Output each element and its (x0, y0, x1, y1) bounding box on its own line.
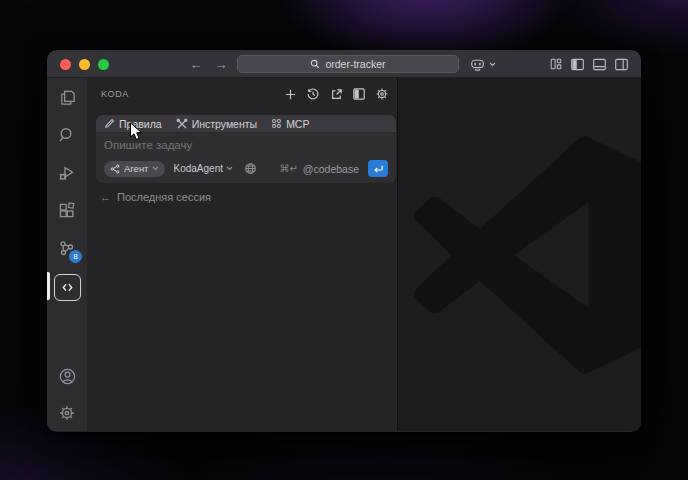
minimize-button[interactable] (79, 59, 90, 70)
panel-settings-button[interactable] (374, 86, 390, 102)
vscode-logo-watermark (410, 136, 641, 374)
split-panel-button[interactable] (351, 86, 367, 102)
search-icon (310, 59, 320, 69)
activity-bar: 8 (47, 78, 87, 431)
share-icon (110, 164, 120, 174)
task-input[interactable]: Опишите задачу (104, 139, 388, 151)
sidebar-item-settings[interactable] (47, 395, 87, 431)
last-session-label: Последняя сессия (117, 191, 211, 203)
model-label: KodaAgent (173, 163, 223, 174)
gear-icon (58, 404, 76, 422)
nav-forward-button[interactable]: → (212, 50, 230, 78)
chevron-down-icon (226, 166, 233, 171)
app-window: ← → order-tracker (47, 50, 641, 432)
mouse-cursor (129, 122, 144, 142)
sidebar-item-graph[interactable]: 8 (47, 230, 87, 268)
run-debug-icon (58, 164, 76, 182)
status-badge: 8 (69, 250, 82, 263)
last-session-link[interactable]: ← Последняя сессия (100, 191, 397, 203)
globe-button[interactable] (244, 162, 257, 175)
gear-icon (375, 87, 389, 101)
editor-area (397, 78, 641, 431)
agent-mode-dropdown[interactable]: Агент (104, 161, 165, 177)
sidebar-item-account[interactable] (47, 357, 87, 395)
account-icon (58, 367, 77, 386)
globe-icon (244, 162, 257, 175)
traffic-lights (60, 50, 109, 78)
koda-icon (54, 274, 81, 301)
toggle-primary-sidebar-icon[interactable] (570, 57, 585, 72)
send-button[interactable] (368, 160, 388, 177)
files-icon (58, 88, 77, 107)
history-icon (306, 87, 320, 101)
toggle-panel-icon[interactable] (592, 57, 607, 72)
zoom-button[interactable] (98, 59, 109, 70)
plus-icon (284, 88, 297, 101)
copilot-menu[interactable] (469, 50, 496, 78)
left-arrow-icon: ← (100, 191, 111, 203)
codebase-context-chip[interactable]: @codebase (303, 163, 359, 175)
extensions-icon (58, 202, 76, 220)
model-dropdown[interactable]: KodaAgent (173, 163, 233, 174)
grid-icon (271, 118, 282, 129)
send-icon (373, 164, 384, 174)
search-icon (58, 126, 76, 144)
sidebar-item-extensions[interactable] (47, 192, 87, 230)
tab-mcp[interactable]: MCP (271, 118, 309, 130)
pencil-icon (104, 118, 115, 129)
titlebar: ← → order-tracker (47, 50, 641, 78)
tab-label: MCP (286, 118, 309, 130)
nav-back-button[interactable]: ← (187, 50, 205, 78)
new-chat-button[interactable] (282, 86, 298, 102)
sidebar-item-explorer[interactable] (47, 78, 87, 116)
toggle-secondary-sidebar-icon[interactable] (614, 57, 629, 72)
tab-tools[interactable]: Инструменты (176, 118, 257, 130)
sidebar-item-search[interactable] (47, 116, 87, 154)
open-external-button[interactable] (328, 86, 344, 102)
history-button[interactable] (305, 86, 321, 102)
open-external-icon (330, 88, 343, 101)
panel-title: KODA (101, 89, 129, 99)
sidebar-item-koda-active[interactable] (47, 268, 87, 306)
agent-mode-label: Агент (124, 163, 148, 174)
split-panel-icon (352, 87, 366, 101)
command-center[interactable]: order-tracker (237, 55, 459, 73)
send-shortcut-hint: ⌘↵ (279, 163, 297, 174)
close-button[interactable] (60, 59, 71, 70)
chevron-down-icon (489, 62, 496, 67)
command-center-text: order-tracker (325, 58, 385, 70)
tools-icon (176, 118, 188, 130)
chevron-down-icon (152, 166, 159, 171)
sidebar-item-run-debug[interactable] (47, 154, 87, 192)
copilot-icon (469, 56, 486, 73)
customize-layout-icon[interactable] (549, 57, 563, 71)
tab-label: Инструменты (192, 118, 257, 130)
